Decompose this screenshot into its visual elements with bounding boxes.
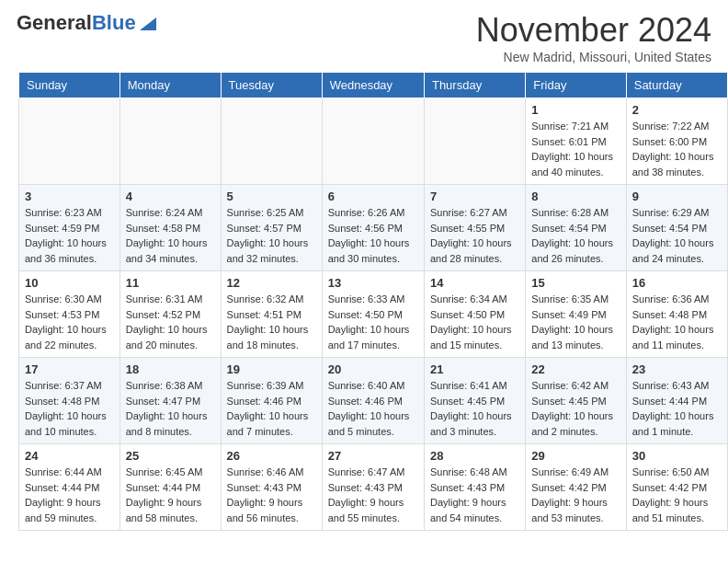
calendar-header-row: Sunday Monday Tuesday Wednesday Thursday… (19, 73, 728, 98)
day-info: Sunrise: 6:36 AMSunset: 4:48 PMDaylight:… (632, 292, 722, 352)
day-info: Sunrise: 7:21 AMSunset: 6:01 PMDaylight:… (531, 119, 620, 179)
day-number: 8 (531, 190, 620, 203)
day-number: 27 (328, 449, 418, 463)
header-tuesday: Tuesday (221, 73, 322, 98)
header-friday: Friday (526, 73, 626, 98)
calendar-week-row: 17Sunrise: 6:37 AMSunset: 4:48 PMDayligh… (19, 358, 728, 444)
logo: General Blue (17, 11, 156, 35)
day-info: Sunrise: 6:30 AMSunset: 4:53 PMDaylight:… (25, 292, 114, 352)
calendar-cell: 28Sunrise: 6:48 AMSunset: 4:43 PMDayligh… (424, 444, 525, 531)
header-monday: Monday (119, 73, 221, 98)
day-info: Sunrise: 6:44 AMSunset: 4:44 PMDaylight:… (25, 465, 114, 525)
day-number: 1 (531, 103, 620, 117)
day-info: Sunrise: 6:35 AMSunset: 4:49 PMDaylight:… (531, 292, 620, 352)
calendar-cell: 25Sunrise: 6:45 AMSunset: 4:44 PMDayligh… (119, 444, 221, 531)
day-info: Sunrise: 7:22 AMSunset: 6:00 PMDaylight:… (632, 119, 722, 179)
day-number: 21 (430, 362, 519, 376)
calendar-cell: 17Sunrise: 6:37 AMSunset: 4:48 PMDayligh… (19, 358, 120, 444)
calendar-cell: 16Sunrise: 6:36 AMSunset: 4:48 PMDayligh… (626, 271, 727, 358)
day-info: Sunrise: 6:31 AMSunset: 4:52 PMDaylight:… (126, 292, 215, 352)
day-number: 7 (430, 190, 519, 203)
day-number: 12 (227, 276, 316, 290)
day-info: Sunrise: 6:41 AMSunset: 4:45 PMDaylight:… (430, 378, 519, 439)
calendar-cell: 27Sunrise: 6:47 AMSunset: 4:43 PMDayligh… (322, 444, 424, 531)
calendar-cell (424, 98, 525, 185)
day-info: Sunrise: 6:34 AMSunset: 4:50 PMDaylight:… (430, 292, 519, 352)
day-info: Sunrise: 6:48 AMSunset: 4:43 PMDaylight:… (430, 465, 519, 525)
day-number: 9 (632, 190, 722, 203)
day-info: Sunrise: 6:32 AMSunset: 4:51 PMDaylight:… (227, 292, 316, 352)
svg-marker-0 (140, 17, 156, 30)
day-info: Sunrise: 6:50 AMSunset: 4:42 PMDaylight:… (632, 465, 722, 525)
calendar-cell: 11Sunrise: 6:31 AMSunset: 4:52 PMDayligh… (119, 271, 221, 358)
day-info: Sunrise: 6:42 AMSunset: 4:45 PMDaylight:… (531, 378, 620, 439)
day-info: Sunrise: 6:26 AMSunset: 4:56 PMDaylight:… (328, 205, 418, 266)
calendar-cell: 10Sunrise: 6:30 AMSunset: 4:53 PMDayligh… (19, 271, 120, 358)
day-info: Sunrise: 6:29 AMSunset: 4:54 PMDaylight:… (632, 205, 722, 266)
day-info: Sunrise: 6:45 AMSunset: 4:44 PMDaylight:… (126, 465, 215, 525)
day-number: 29 (531, 449, 620, 463)
day-info: Sunrise: 6:33 AMSunset: 4:50 PMDaylight:… (328, 292, 418, 352)
calendar-cell: 29Sunrise: 6:49 AMSunset: 4:42 PMDayligh… (526, 444, 626, 531)
day-info: Sunrise: 6:43 AMSunset: 4:44 PMDaylight:… (632, 378, 722, 439)
header-saturday: Saturday (626, 73, 727, 98)
calendar-cell: 12Sunrise: 6:32 AMSunset: 4:51 PMDayligh… (221, 271, 322, 358)
day-number: 16 (632, 276, 722, 290)
day-number: 11 (126, 276, 215, 290)
day-number: 22 (531, 362, 620, 376)
calendar-cell: 26Sunrise: 6:46 AMSunset: 4:43 PMDayligh… (221, 444, 322, 531)
title-area: November 2024 New Madrid, Missouri, Unit… (476, 11, 711, 64)
calendar-week-row: 1Sunrise: 7:21 AMSunset: 6:01 PMDaylight… (19, 98, 728, 185)
calendar-cell: 2Sunrise: 7:22 AMSunset: 6:00 PMDaylight… (626, 98, 727, 185)
page-header: General Blue November 2024 New Madrid, M… (0, 0, 728, 72)
day-info: Sunrise: 6:25 AMSunset: 4:57 PMDaylight:… (227, 205, 316, 266)
calendar-wrapper: Sunday Monday Tuesday Wednesday Thursday… (0, 72, 728, 540)
calendar-cell: 18Sunrise: 6:38 AMSunset: 4:47 PMDayligh… (119, 358, 221, 444)
day-info: Sunrise: 6:27 AMSunset: 4:55 PMDaylight:… (430, 205, 519, 266)
calendar-table: Sunday Monday Tuesday Wednesday Thursday… (18, 72, 728, 531)
day-number: 4 (126, 190, 215, 203)
calendar-cell: 5Sunrise: 6:25 AMSunset: 4:57 PMDaylight… (221, 185, 322, 271)
day-info: Sunrise: 6:37 AMSunset: 4:48 PMDaylight:… (25, 378, 114, 439)
calendar-cell: 30Sunrise: 6:50 AMSunset: 4:42 PMDayligh… (626, 444, 727, 531)
logo-general-text: General (17, 11, 92, 35)
calendar-cell: 7Sunrise: 6:27 AMSunset: 4:55 PMDaylight… (424, 185, 525, 271)
day-number: 14 (430, 276, 519, 290)
day-number: 5 (227, 190, 316, 203)
day-number: 23 (632, 362, 722, 376)
day-number: 3 (25, 190, 114, 203)
day-info: Sunrise: 6:24 AMSunset: 4:58 PMDaylight:… (126, 205, 215, 266)
day-info: Sunrise: 6:23 AMSunset: 4:59 PMDaylight:… (25, 205, 114, 266)
calendar-week-row: 24Sunrise: 6:44 AMSunset: 4:44 PMDayligh… (19, 444, 728, 531)
calendar-cell: 14Sunrise: 6:34 AMSunset: 4:50 PMDayligh… (424, 271, 525, 358)
day-number: 19 (227, 362, 316, 376)
day-number: 20 (328, 362, 418, 376)
calendar-cell: 23Sunrise: 6:43 AMSunset: 4:44 PMDayligh… (626, 358, 727, 444)
logo-blue-text: Blue (92, 11, 136, 35)
calendar-week-row: 10Sunrise: 6:30 AMSunset: 4:53 PMDayligh… (19, 271, 728, 358)
calendar-cell: 24Sunrise: 6:44 AMSunset: 4:44 PMDayligh… (19, 444, 120, 531)
day-number: 17 (25, 362, 114, 376)
calendar-cell: 19Sunrise: 6:39 AMSunset: 4:46 PMDayligh… (221, 358, 322, 444)
day-info: Sunrise: 6:39 AMSunset: 4:46 PMDaylight:… (227, 378, 316, 439)
calendar-cell: 13Sunrise: 6:33 AMSunset: 4:50 PMDayligh… (322, 271, 424, 358)
day-info: Sunrise: 6:47 AMSunset: 4:43 PMDaylight:… (328, 465, 418, 525)
day-number: 30 (632, 449, 722, 463)
day-number: 24 (25, 449, 114, 463)
calendar-cell: 4Sunrise: 6:24 AMSunset: 4:58 PMDaylight… (119, 185, 221, 271)
calendar-week-row: 3Sunrise: 6:23 AMSunset: 4:59 PMDaylight… (19, 185, 728, 271)
day-info: Sunrise: 6:49 AMSunset: 4:42 PMDaylight:… (531, 465, 620, 525)
calendar-cell: 20Sunrise: 6:40 AMSunset: 4:46 PMDayligh… (322, 358, 424, 444)
header-thursday: Thursday (424, 73, 525, 98)
day-info: Sunrise: 6:38 AMSunset: 4:47 PMDaylight:… (126, 378, 215, 439)
logo-icon (140, 14, 156, 30)
header-wednesday: Wednesday (322, 73, 424, 98)
calendar-cell (119, 98, 221, 185)
day-info: Sunrise: 6:28 AMSunset: 4:54 PMDaylight:… (531, 205, 620, 266)
location-subtitle: New Madrid, Missouri, United States (476, 50, 711, 64)
calendar-cell: 1Sunrise: 7:21 AMSunset: 6:01 PMDaylight… (526, 98, 626, 185)
day-info: Sunrise: 6:40 AMSunset: 4:46 PMDaylight:… (328, 378, 418, 439)
day-number: 25 (126, 449, 215, 463)
calendar-cell: 22Sunrise: 6:42 AMSunset: 4:45 PMDayligh… (526, 358, 626, 444)
calendar-cell: 9Sunrise: 6:29 AMSunset: 4:54 PMDaylight… (626, 185, 727, 271)
